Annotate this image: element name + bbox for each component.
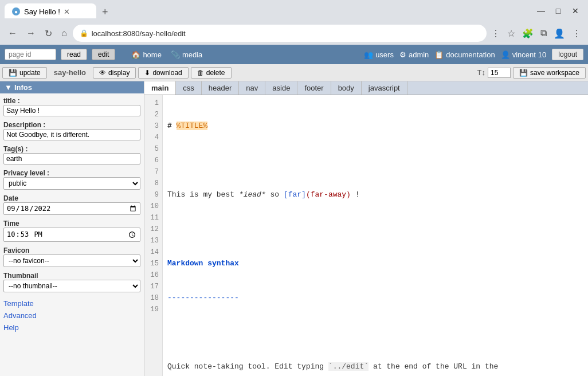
close-button[interactable]: ✕ bbox=[567, 3, 583, 19]
section-label: say-hello bbox=[49, 68, 91, 77]
privacy-select[interactable]: public private bbox=[3, 177, 140, 190]
extension-button[interactable]: 🧩 bbox=[520, 26, 536, 41]
font-size-input[interactable] bbox=[488, 68, 511, 78]
top-nav: read edit 🏠 home 📎 media 👥 users ⚙ admin… bbox=[0, 45, 588, 64]
title-field: title : bbox=[0, 93, 144, 117]
favicon-select[interactable]: --no favicon-- bbox=[3, 254, 140, 267]
nav-links: 🏠 home 📎 media bbox=[131, 50, 202, 59]
address-bar: ← → ↻ ⌂ 🔒 localhost:8080/say-hello/edit … bbox=[0, 22, 588, 45]
save-icon: 💾 bbox=[9, 69, 17, 77]
code-line-8: Quick note-taking tool. Edit typing `../… bbox=[167, 361, 583, 373]
time-input[interactable] bbox=[3, 228, 140, 242]
minimize-button[interactable]: — bbox=[533, 3, 549, 19]
refresh-button[interactable]: ↻ bbox=[41, 26, 56, 41]
delete-button[interactable]: 🗑 delete bbox=[191, 67, 232, 79]
favicon-field: Favicon --no favicon-- bbox=[0, 243, 144, 268]
tab-javascript[interactable]: javascript bbox=[362, 81, 407, 95]
workspace-icon: 💾 bbox=[519, 69, 528, 77]
content-area: ▼ Infos title : Description : Tag(s) : P… bbox=[0, 81, 588, 376]
update-button[interactable]: 💾 update bbox=[2, 67, 47, 79]
menu-button[interactable]: ⋮ bbox=[570, 26, 583, 41]
title-label: title : bbox=[3, 97, 140, 105]
back-button[interactable]: ← bbox=[5, 26, 21, 41]
code-line-5: Markdown synthax bbox=[167, 258, 583, 269]
editor-area: main css header nav aside footer body ja… bbox=[144, 81, 588, 376]
home-link[interactable]: 🏠 home bbox=[131, 50, 162, 59]
toolbar: 💾 update say-hello 👁 display ⬇ download … bbox=[0, 64, 588, 81]
app-area: read edit 🏠 home 📎 media 👥 users ⚙ admin… bbox=[0, 45, 588, 376]
read-button[interactable]: read bbox=[61, 49, 87, 60]
tab-favicon: ● bbox=[11, 7, 21, 16]
forward-button[interactable]: → bbox=[23, 26, 39, 41]
profile-button[interactable]: 👤 bbox=[551, 26, 567, 41]
code-line-6: ---------------- bbox=[167, 292, 583, 304]
code-line-7 bbox=[167, 327, 583, 338]
users-link[interactable]: 👥 users bbox=[364, 50, 394, 59]
help-link[interactable]: Help bbox=[3, 322, 140, 333]
page-id-input[interactable] bbox=[5, 49, 56, 60]
thumbnail-field: Thumbnail --no thumbnail-- bbox=[0, 268, 144, 293]
line-numbers: 1 2 3 4 5 6 7 8 9 10 11 12 13 14 bbox=[144, 95, 163, 376]
description-input[interactable] bbox=[3, 129, 140, 140]
edit-button[interactable]: edit bbox=[92, 49, 115, 60]
time-field: Time bbox=[0, 216, 144, 243]
description-field: Description : bbox=[0, 117, 144, 142]
user-profile-link[interactable]: 👤 vincent 10 bbox=[501, 50, 547, 59]
new-tab-button[interactable]: + bbox=[97, 6, 113, 18]
template-link[interactable]: Template bbox=[3, 298, 140, 309]
tags-input[interactable] bbox=[3, 153, 140, 164]
editor-tabs: main css header nav aside footer body ja… bbox=[144, 81, 588, 95]
title-input[interactable] bbox=[3, 105, 140, 116]
code-content[interactable]: # %TITLE% This is my best *iead* so [far… bbox=[163, 95, 588, 376]
infos-section[interactable]: ▼ Infos bbox=[0, 81, 144, 93]
documentation-link[interactable]: 📋 documentation bbox=[434, 50, 495, 59]
logout-button[interactable]: logout bbox=[552, 49, 583, 60]
maximize-button[interactable]: □ bbox=[550, 3, 566, 19]
tab-aside[interactable]: aside bbox=[265, 81, 297, 95]
bookmark-button[interactable]: ☆ bbox=[505, 26, 518, 41]
date-label: Date bbox=[3, 194, 140, 202]
url-bar[interactable]: 🔒 localhost:8080/say-hello/edit bbox=[73, 25, 487, 42]
code-line-1: # %TITLE% bbox=[167, 120, 583, 132]
nav-right: 👥 users ⚙ admin 📋 documentation 👤 vincen… bbox=[364, 49, 583, 60]
display-button[interactable]: 👁 display bbox=[93, 67, 136, 79]
code-line-2 bbox=[167, 155, 583, 166]
trash-icon: 🗑 bbox=[197, 69, 204, 77]
tab-close-btn[interactable]: ✕ bbox=[64, 7, 70, 16]
tags-field: Tag(s) : bbox=[0, 142, 144, 166]
tab-footer[interactable]: footer bbox=[297, 81, 331, 95]
download-button[interactable]: ⬇ download bbox=[138, 67, 188, 79]
code-editor[interactable]: 1 2 3 4 5 6 7 8 9 10 11 12 13 14 bbox=[144, 95, 588, 376]
tab-title: Say Hello ! bbox=[24, 7, 60, 16]
home-button[interactable]: ⌂ bbox=[58, 26, 70, 41]
date-input[interactable] bbox=[3, 202, 140, 215]
lock-icon: 🔒 bbox=[80, 29, 88, 37]
active-tab[interactable]: ● Say Hello ! ✕ bbox=[5, 3, 96, 18]
admin-link[interactable]: ⚙ admin bbox=[399, 50, 429, 59]
tags-label: Tag(s) : bbox=[3, 145, 140, 153]
media-link[interactable]: 📎 media bbox=[171, 50, 202, 59]
tab-body[interactable]: body bbox=[331, 81, 362, 95]
infos-label: Infos bbox=[14, 83, 32, 92]
tab-main[interactable]: main bbox=[144, 81, 176, 95]
sidebar: ▼ Infos title : Description : Tag(s) : P… bbox=[0, 81, 144, 376]
download-icon: ⬇ bbox=[144, 69, 150, 77]
tab-css[interactable]: css bbox=[176, 81, 202, 95]
tab-bar: ● Say Hello ! ✕ + — □ ✕ bbox=[0, 0, 588, 22]
display-icon: 👁 bbox=[99, 69, 106, 77]
favicon-label: Favicon bbox=[3, 246, 140, 254]
url-text: localhost:8080/say-hello/edit bbox=[92, 29, 480, 38]
privacy-field: Privacy level : public private bbox=[0, 166, 144, 191]
save-workspace-button[interactable]: 💾 save workspace bbox=[513, 67, 586, 79]
tab-nav[interactable]: nav bbox=[239, 81, 265, 95]
advanced-link[interactable]: Advanced bbox=[3, 310, 140, 321]
share-button[interactable]: ⋮ bbox=[489, 26, 503, 41]
description-label: Description : bbox=[3, 121, 140, 129]
tab-header[interactable]: header bbox=[202, 81, 239, 95]
thumbnail-label: Thumbnail bbox=[3, 272, 140, 280]
thumbnail-select[interactable]: --no thumbnail-- bbox=[3, 280, 140, 292]
svg-text:●: ● bbox=[14, 9, 18, 15]
time-label: Time bbox=[3, 220, 140, 228]
split-button[interactable]: ⧉ bbox=[538, 26, 549, 41]
window-controls: — □ ✕ bbox=[528, 3, 588, 19]
